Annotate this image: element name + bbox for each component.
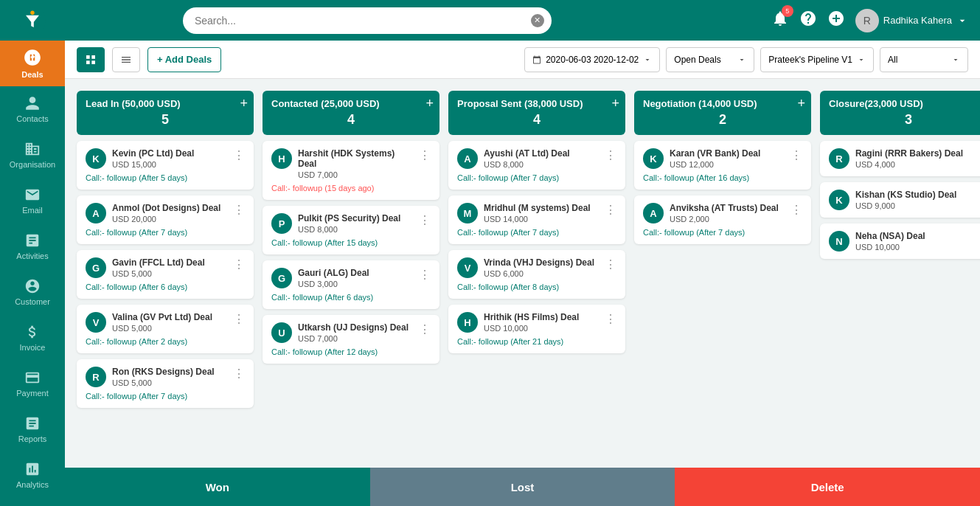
deal-card-1-3[interactable]: U Utkarsh (UJ Designs) Deal USD 7,000 ⋮ … [263, 315, 439, 364]
column-add-button-1[interactable]: + [425, 97, 434, 110]
deal-card-3-0[interactable]: K Karan (VR Bank) Deal USD 12,000 ⋮ Call… [634, 141, 811, 190]
deal-card-0-3[interactable]: V Valina (GV Pvt Ltd) Deal USD 5,000 ⋮ C… [77, 305, 254, 353]
deal-avatar-0-2: G [86, 257, 106, 278]
deal-menu-2-1[interactable]: ⋮ [605, 203, 616, 217]
email-icon [24, 187, 41, 203]
deal-followup-2-3: Call:- followup (After 21 days) [457, 337, 616, 346]
deal-menu-4-0[interactable]: ⋮ [976, 148, 980, 162]
column-header-2: + Proposal Sent (38,000 USD) 4 [448, 91, 625, 135]
topbar-icons: 5 R Radhika Kahera [771, 9, 968, 32]
sidebar-item-payment[interactable]: Payment [0, 361, 65, 406]
deal-card-1-2[interactable]: G Gauri (ALG) Deal USD 3,000 ⋮ Call:- fo… [263, 260, 439, 309]
won-button[interactable]: Won [65, 468, 370, 506]
date-range-dropdown[interactable]: 2020-06-03 2020-12-02 [524, 47, 660, 72]
list-view-button[interactable] [112, 47, 140, 72]
column-header-4: + Closure(23,000 USD) 3 [820, 91, 980, 135]
pipeline-dropdown[interactable]: Prateek's Pipeline V1 [760, 47, 874, 72]
deal-menu-4-1[interactable]: ⋮ [976, 190, 980, 204]
sidebar-item-deals[interactable]: Deals [0, 41, 65, 86]
deal-card-header-0-3: V Valina (GV Pvt Ltd) Deal USD 5,000 ⋮ [86, 312, 245, 333]
deal-card-0-2[interactable]: G Gavin (FFCL Ltd) Deal USD 5,000 ⋮ Call… [77, 250, 254, 299]
deal-menu-1-0[interactable]: ⋮ [419, 148, 431, 162]
lost-button[interactable]: Lost [370, 468, 675, 506]
sidebar-item-customer[interactable]: Customer [0, 269, 65, 315]
grid-view-button[interactable] [77, 47, 105, 72]
search-input[interactable] [183, 7, 552, 34]
deal-menu-3-0[interactable]: ⋮ [790, 148, 802, 162]
list-icon [120, 54, 132, 66]
deal-menu-0-4[interactable]: ⋮ [233, 367, 245, 381]
deal-card-1-0[interactable]: H Harshit (HDK Systems) Deal USD 7,000 ⋮… [263, 141, 439, 200]
sidebar-contacts-label: Contacts [16, 114, 48, 123]
deal-card-2-2[interactable]: V Vrinda (VHJ Designs) Deal USD 6,000 ⋮ … [448, 250, 625, 299]
deal-card-2-3[interactable]: H Hrithik (HS Films) Deal USD 10,000 ⋮ C… [448, 305, 625, 353]
deal-menu-0-3[interactable]: ⋮ [233, 312, 245, 326]
column-add-button-2[interactable]: + [611, 97, 619, 110]
deal-followup-3-1: Call:- followup (After 7 days) [643, 228, 802, 237]
grid-icon [85, 54, 97, 66]
filter-dropdown[interactable]: Open Deals [666, 47, 754, 72]
deal-card-2-0[interactable]: A Ayushi (AT Ltd) Deal USD 8,000 ⋮ Call:… [448, 141, 625, 190]
add-deals-button[interactable]: + Add Deals [147, 47, 221, 72]
deal-menu-2-3[interactable]: ⋮ [605, 312, 616, 326]
deal-menu-0-0[interactable]: ⋮ [233, 148, 245, 162]
sidebar-item-reports[interactable]: Reports [0, 406, 65, 452]
deal-card-0-1[interactable]: A Anmol (Dot Designs) Deal USD 20,000 ⋮ … [77, 195, 254, 244]
deal-info-1-1: Pulkit (PS Security) Deal USD 8,000 [298, 213, 413, 234]
user-profile[interactable]: R Radhika Kahera [855, 9, 968, 32]
sidebar-item-activities[interactable]: Activities [0, 223, 65, 269]
handshake-icon [23, 48, 42, 67]
deal-avatar-0-4: R [86, 367, 106, 387]
main-content: ✕ 5 R Radhika Kahera [65, 0, 980, 506]
sidebar-item-organisation[interactable]: Organisation [0, 132, 65, 178]
deal-menu-2-0[interactable]: ⋮ [605, 148, 616, 162]
notification-button[interactable]: 5 [771, 10, 789, 31]
customer-icon [24, 278, 41, 294]
sidebar-item-analytics[interactable]: Analytics [0, 452, 65, 498]
reports-icon [24, 415, 41, 432]
deal-menu-0-1[interactable]: ⋮ [233, 203, 245, 217]
deal-menu-4-2[interactable]: ⋮ [976, 231, 980, 245]
toolbar-right: 2020-06-03 2020-12-02 Open Deals Prateek… [524, 47, 968, 72]
deal-menu-1-1[interactable]: ⋮ [419, 213, 431, 227]
deal-followup-2-2: Call:- followup (After 8 days) [457, 283, 616, 291]
date-range-label: 2020-06-03 2020-12-02 [546, 55, 639, 65]
deal-avatar-4-0: R [829, 148, 849, 169]
sidebar-item-contacts[interactable]: Contacts [0, 86, 65, 132]
deal-card-1-1[interactable]: P Pulkit (PS Security) Deal USD 8,000 ⋮ … [263, 206, 439, 254]
deal-card-0-4[interactable]: R Ron (RKS Designs) Deal USD 5,000 ⋮ Cal… [77, 359, 254, 408]
search-clear-button[interactable]: ✕ [531, 14, 544, 27]
deal-avatar-4-2: N [829, 231, 849, 252]
deal-card-header-1-2: G Gauri (ALG) Deal USD 3,000 ⋮ [271, 268, 431, 288]
deal-card-2-1[interactable]: M Mridhul (M systems) Deal USD 14,000 ⋮ … [448, 195, 625, 244]
delete-button[interactable]: Delete [675, 468, 980, 506]
deal-card-4-2[interactable]: N Neha (NSA) Deal USD 10,000 ⋮ [820, 223, 980, 259]
column-add-button-3[interactable]: + [797, 97, 805, 110]
column-0: + Lead In (50,000 USD) 5 K Kevin (PC Ltd… [77, 91, 254, 456]
column-1: + Contacted (25,000 USD) 4 H Harshit (HD… [263, 91, 439, 456]
deal-amount-1-3: USD 7,000 [298, 334, 413, 343]
deal-info-1-3: Utkarsh (UJ Designs) Deal USD 7,000 [298, 322, 413, 343]
deal-menu-3-1[interactable]: ⋮ [790, 203, 802, 217]
deal-amount-0-0: USD 15,000 [112, 160, 227, 169]
deal-card-4-0[interactable]: R Ragini (RRR Bakers) Deal USD 4,000 ⋮ [820, 141, 980, 176]
sidebar-org-label: Organisation [10, 160, 55, 169]
column-4: + Closure(23,000 USD) 3 R Ragini (RRR Ba… [820, 91, 980, 456]
sidebar-item-invoice[interactable]: Invoice [0, 315, 65, 361]
all-filter-dropdown[interactable]: All [880, 47, 968, 72]
deal-name-0-0: Kevin (PC Ltd) Deal [112, 148, 227, 159]
column-add-button-0[interactable]: + [240, 97, 248, 110]
deal-card-0-0[interactable]: K Kevin (PC Ltd) Deal USD 15,000 ⋮ Call:… [77, 141, 254, 190]
analytics-icon [24, 461, 41, 477]
deal-menu-1-2[interactable]: ⋮ [419, 268, 431, 282]
deal-menu-0-2[interactable]: ⋮ [233, 257, 245, 271]
column-header-3: + Negotiation (14,000 USD) 2 [634, 91, 811, 135]
help-button[interactable] [799, 10, 817, 31]
deal-menu-2-2[interactable]: ⋮ [605, 257, 616, 271]
deal-card-4-1[interactable]: K Kishan (KS Studio) Deal USD 9,000 ⋮ [820, 182, 980, 218]
add-button[interactable] [827, 10, 845, 31]
sidebar-item-email[interactable]: Email [0, 178, 65, 223]
deal-card-3-1[interactable]: A Anviksha (AT Trusts) Deal USD 2,000 ⋮ … [634, 195, 811, 244]
deal-menu-1-3[interactable]: ⋮ [419, 322, 431, 336]
deal-amount-2-0: USD 8,000 [484, 160, 599, 169]
